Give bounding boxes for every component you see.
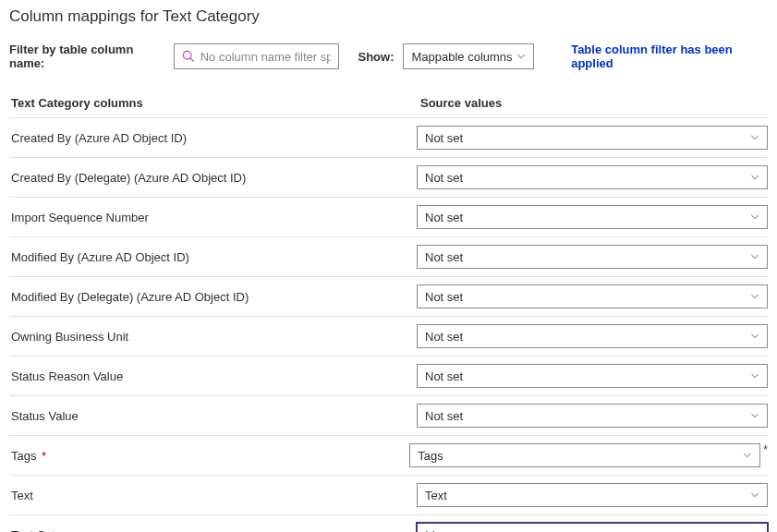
- source-value-select[interactable]: Not set: [417, 165, 768, 189]
- source-value-select[interactable]: Not set: [417, 126, 768, 150]
- table-row: Import Sequence NumberNot set: [9, 198, 768, 237]
- source-value-select[interactable]: Not set: [417, 404, 768, 428]
- chevron-down-icon: [743, 451, 752, 460]
- chevron-down-icon: [750, 292, 759, 301]
- source-value-text: Not set: [425, 369, 463, 383]
- source-value-cell: Not set: [417, 205, 768, 229]
- column-label: Text Category: [9, 528, 417, 533]
- source-value-text: Not set: [425, 409, 463, 423]
- filter-applied-message: Table column filter has been applied: [571, 42, 768, 70]
- source-value-text: Not set: [425, 131, 463, 145]
- table-row: Modified By (Azure AD Object ID)Not set: [9, 237, 768, 277]
- source-value-select[interactable]: Not set: [417, 364, 768, 388]
- filter-search-box[interactable]: [174, 43, 340, 69]
- source-value-cell: Tags*: [409, 443, 768, 467]
- column-label: Status Reason Value: [9, 369, 417, 383]
- source-value-cell: Text: [417, 483, 768, 507]
- table-row: Status Reason ValueNot set: [9, 357, 768, 396]
- chevron-down-icon: [750, 490, 759, 500]
- source-value-text: Tags: [418, 449, 443, 463]
- chevron-down-icon: [750, 133, 759, 142]
- header-text-category-columns: Text Category columns: [9, 96, 420, 110]
- table-row: TextText: [9, 476, 768, 515]
- svg-line-1: [190, 58, 193, 61]
- source-value-select[interactable]: Not set: [417, 245, 768, 269]
- show-select[interactable]: Mappable columns: [403, 43, 534, 69]
- source-value-cell: Not set: [417, 165, 768, 189]
- source-value-select[interactable]: Not set: [417, 324, 768, 348]
- source-value-text: Not set: [425, 290, 463, 304]
- chevron-down-icon: [750, 252, 759, 261]
- table-row: Owning Business UnitNot set: [9, 317, 768, 357]
- source-value-text: Not set: [425, 330, 463, 344]
- column-label: Import Sequence Number: [9, 211, 417, 224]
- chevron-down-icon: [750, 411, 759, 420]
- source-value-text: Not set: [425, 250, 463, 264]
- table-row: Status ValueNot set: [9, 396, 768, 436]
- column-label: Created By (Delegate) (Azure AD Object I…: [9, 171, 417, 185]
- column-label: Text: [9, 489, 417, 502]
- source-value-cell: Not set: [417, 404, 768, 428]
- source-value-cell: Not set: [417, 126, 768, 150]
- source-value-cell: Not set: [417, 245, 768, 269]
- source-value-select[interactable]: Text: [417, 483, 768, 507]
- chevron-down-icon: [750, 371, 759, 381]
- table-row: Tags *Tags*: [9, 436, 768, 476]
- table-row: Created By (Azure AD Object ID)Not set: [9, 118, 768, 158]
- table-row: Modified By (Delegate) (Azure AD Object …: [9, 277, 768, 317]
- source-value-select[interactable]: Not set: [417, 205, 768, 229]
- search-icon: [182, 50, 195, 63]
- column-label: Tags *: [9, 449, 409, 463]
- source-value-cell: Not set: [417, 284, 768, 308]
- column-label: Modified By (Azure AD Object ID): [9, 250, 417, 264]
- source-value-text: Text: [425, 489, 447, 502]
- filter-label: Filter by table column name:: [9, 42, 164, 70]
- column-label: Status Value: [9, 409, 417, 423]
- table-headers: Text Category columns Source values: [9, 91, 768, 118]
- column-label: Modified By (Delegate) (Azure AD Object …: [9, 290, 417, 304]
- chevron-down-icon: [750, 332, 759, 341]
- source-value-text: Not set: [425, 171, 463, 185]
- mapping-rows: Created By (Azure AD Object ID)Not setCr…: [9, 118, 768, 532]
- source-value-text: Id: [425, 528, 435, 533]
- chevron-down-icon: [516, 52, 526, 61]
- filter-search-input[interactable]: [200, 50, 332, 64]
- chevron-down-icon: [750, 173, 759, 182]
- required-indicator: *: [763, 443, 768, 456]
- source-value-text: Not set: [425, 211, 463, 224]
- source-value-cell: Id: [417, 523, 768, 532]
- source-value-select[interactable]: Not set: [417, 284, 768, 308]
- chevron-down-icon: [750, 212, 759, 222]
- source-value-cell: Not set: [417, 324, 768, 348]
- column-label: Created By (Azure AD Object ID): [9, 131, 417, 145]
- page-title: Column mappings for Text Category: [9, 7, 768, 26]
- table-row: Created By (Delegate) (Azure AD Object I…: [9, 158, 768, 198]
- source-value-cell: Not set: [417, 364, 768, 388]
- filter-bar: Filter by table column name: Show: Mappa…: [9, 42, 768, 70]
- column-label: Owning Business Unit: [9, 330, 417, 344]
- show-select-value: Mappable columns: [411, 50, 512, 64]
- required-marker: *: [38, 449, 46, 463]
- source-value-select[interactable]: Id: [417, 523, 768, 532]
- table-row: Text CategoryId: [9, 515, 768, 532]
- header-source-values: Source values: [420, 96, 768, 110]
- source-value-select[interactable]: Tags: [409, 443, 760, 467]
- show-label: Show:: [358, 50, 394, 64]
